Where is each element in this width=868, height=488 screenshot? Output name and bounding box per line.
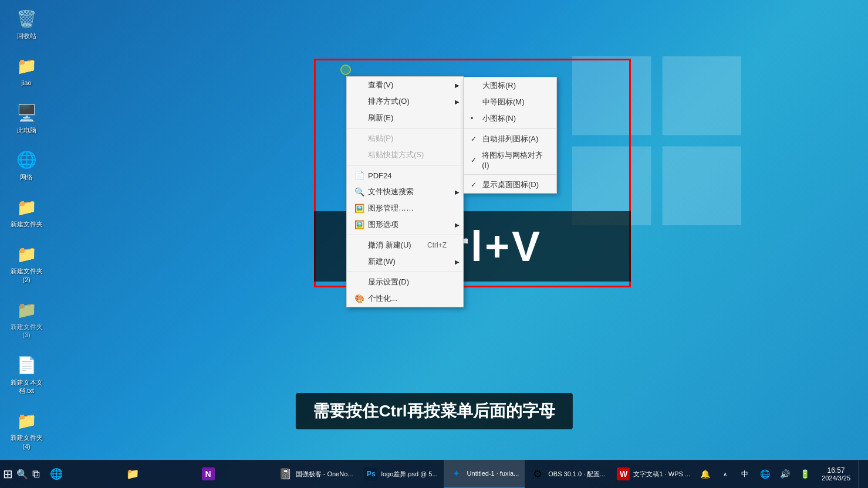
- start-button[interactable]: ⊞: [0, 460, 15, 488]
- graph-manage-icon: 🖼️: [354, 203, 364, 214]
- personalize-label: 个性化...: [368, 293, 447, 304]
- task-view-button[interactable]: ⧉: [29, 460, 43, 488]
- taskbar-app-edge[interactable]: 🌐: [43, 460, 120, 488]
- taskbar-app-wps[interactable]: W 文字文稿1 · WPS ...: [611, 460, 696, 488]
- graph-options-label: 图形选项: [368, 219, 447, 230]
- desktop-icon-newtxt[interactable]: 📄 新建文本文档.txt: [6, 353, 47, 398]
- menu-item-file-search[interactable]: 🔍 文件快速搜索: [347, 184, 463, 200]
- desktop-icon-newfolder2[interactable]: 📁 新建文件夹(2): [6, 241, 47, 286]
- newfolder2-label: 新建文件夹(2): [8, 267, 45, 284]
- refresh-label: 刷新(E): [368, 113, 447, 123]
- auto-arrange-label: 自动排列图标(A): [482, 134, 538, 144]
- taskbar-app-onenote-n[interactable]: N: [196, 460, 272, 488]
- desktop: 🗑️ 回收站 📁 jiao 🖥️ 此电脑 🌐 网络 📁 新建文件夹 📁 新建文件…: [0, 0, 868, 488]
- menu-item-graph-options[interactable]: 🖼️ 图形选项: [347, 216, 463, 233]
- show-desktop-icon[interactable]: [859, 460, 863, 488]
- jiao-icon: 📁: [16, 55, 37, 76]
- network-label: 网络: [20, 173, 33, 181]
- align-grid-check: ✓: [471, 156, 479, 164]
- paste-icon: [354, 133, 364, 144]
- obs-icon: ⚙: [531, 467, 545, 481]
- newfolder3-icon: 📁: [16, 299, 37, 320]
- submenu-medium-icon[interactable]: 中等图标(M): [464, 94, 556, 110]
- notification-icon[interactable]: 🔔: [696, 460, 714, 488]
- menu-item-pdf24[interactable]: 📄 PDF24: [347, 167, 463, 184]
- submenu-show-desktop-icons[interactable]: ✓ 显示桌面图标(D): [464, 177, 556, 193]
- taskbar-app-vscode[interactable]: ✦ Untitled-1 · fuxia...: [444, 460, 525, 488]
- network-icon: 🌐: [16, 150, 37, 171]
- submenu-small-icon[interactable]: • 小图标(N): [464, 110, 556, 127]
- menu-item-undo-new[interactable]: 撤消 新建(U) Ctrl+Z: [347, 237, 463, 253]
- cursor: [340, 65, 352, 76]
- desktop-icon-network[interactable]: 🌐 网络: [6, 147, 47, 184]
- menu-item-view[interactable]: 查看(V): [347, 77, 463, 93]
- taskbar: ⊞ 🔍 ⧉ 🌐 📁 N 📓 国强极客 - OneNo... Ps logo差异.…: [0, 460, 868, 488]
- menu-item-paste-shortcut[interactable]: 粘贴快捷方式(S): [347, 147, 463, 163]
- taskbar-app-photoshop[interactable]: Ps logo差异.psd @ 5...: [359, 460, 443, 488]
- taskbar-app-onenote[interactable]: 📓 国强极客 - OneNo...: [272, 460, 359, 488]
- menu-item-refresh[interactable]: 刷新(E): [347, 110, 463, 126]
- search-button[interactable]: 🔍: [15, 460, 29, 488]
- vscode-icon: ✦: [450, 466, 464, 480]
- newfolder1-icon: 📁: [16, 196, 37, 218]
- menu-sep2: [347, 165, 463, 165]
- view-submenu[interactable]: 大图标(R) 中等图标(M) • 小图标(N) ✓ 自动排列图标(A): [463, 77, 557, 194]
- taskbar-app-obs[interactable]: ⚙ OBS 30.1.0 · 配置...: [525, 460, 611, 488]
- keyboard-lang-icon[interactable]: 中: [736, 460, 754, 488]
- menu-item-sort[interactable]: 排序方式(O): [347, 93, 463, 110]
- menu-item-graph-manage[interactable]: 🖼️ 图形管理……: [347, 200, 463, 216]
- wps-label: 文字文稿1 · WPS ...: [633, 470, 690, 479]
- wps-icon: W: [617, 467, 630, 480]
- obs-label: OBS 30.1.0 · 配置...: [548, 470, 605, 479]
- desktop-icon-newfolder4[interactable]: 📁 新建文件夹(4): [6, 408, 47, 453]
- edge-icon: 🌐: [49, 467, 63, 481]
- undo-new-shortcut: Ctrl+Z: [427, 241, 447, 249]
- view-icon: [354, 80, 364, 90]
- large-icon-label: 大图标(R): [482, 80, 516, 91]
- newfolder3-label: 新建文件夹(3): [11, 323, 43, 340]
- graph-manage-label: 图形管理……: [368, 203, 447, 214]
- menu-item-paste[interactable]: 粘贴(P): [347, 130, 463, 147]
- context-menu-area: 查看(V) 大图标(R) 中等图标(M) • 小图标(N): [346, 76, 464, 307]
- context-menu[interactable]: 查看(V) 大图标(R) 中等图标(M) • 小图标(N): [346, 76, 464, 307]
- view-label: 查看(V): [368, 80, 447, 90]
- align-grid-label: 将图标与网格对齐(I): [482, 150, 547, 170]
- recycle-label: 回收站: [17, 32, 36, 40]
- menu-sep3: [347, 235, 463, 235]
- desktop-icon-newfolder1[interactable]: 📁 新建文件夹: [6, 194, 47, 231]
- taskbar-app-explorer[interactable]: 📁: [120, 460, 196, 488]
- taskbar-clock[interactable]: 16:57 2024/3/25: [816, 460, 856, 488]
- newfolder4-icon: 📁: [16, 410, 37, 431]
- vscode-label: Untitled-1 · fuxia...: [467, 470, 519, 477]
- menu-item-display-settings[interactable]: 显示设置(D): [347, 274, 463, 290]
- submenu-sep2: [464, 174, 556, 175]
- submenu-large-icon[interactable]: 大图标(R): [464, 77, 556, 94]
- recycle-icon: 🗑️: [16, 8, 37, 29]
- newtxt-icon: 📄: [16, 355, 37, 376]
- ps-label: logo差异.psd @ 5...: [381, 470, 437, 479]
- desktop-icon-computer[interactable]: 🖥️ 此电脑: [6, 100, 47, 137]
- show-desktop-icons-check: ✓: [471, 181, 480, 189]
- expand-tray-icon[interactable]: ∧: [716, 460, 734, 488]
- subtitle-bar: 需要按住Ctrl再按菜单后面的字母: [295, 393, 572, 429]
- menu-sep1: [347, 128, 463, 128]
- submenu-auto-arrange[interactable]: ✓ 自动排列图标(A): [464, 131, 556, 147]
- speaker-icon[interactable]: 🔊: [776, 460, 793, 488]
- menu-item-new[interactable]: 新建(W): [347, 253, 463, 270]
- submenu-align-grid[interactable]: ✓ 将图标与网格对齐(I): [464, 147, 556, 172]
- menu-item-personalize[interactable]: 🎨 个性化...: [347, 290, 463, 307]
- display-settings-label: 显示设置(D): [368, 277, 447, 287]
- battery-icon[interactable]: 🔋: [796, 460, 813, 488]
- desktop-icon-newfolder3[interactable]: 📁 新建文件夹(3): [6, 297, 47, 342]
- onenote-label: 国强极客 - OneNo...: [296, 470, 353, 479]
- clock-date: 2024/3/25: [822, 475, 850, 482]
- desktop-icon-recycle[interactable]: 🗑️ 回收站: [6, 6, 47, 42]
- desktop-icon-jiao[interactable]: 📁 jiao: [6, 53, 47, 89]
- pdf24-icon: 📄: [354, 170, 364, 181]
- network-tray-icon[interactable]: 🌐: [756, 460, 774, 488]
- taskbar-tray: 🔔 ∧ 中 🌐 🔊 🔋 16:57 2024/3/25: [696, 460, 868, 488]
- sort-label: 排序方式(O): [368, 96, 447, 107]
- new-icon: [354, 256, 364, 267]
- paste-shortcut-icon: [354, 150, 364, 160]
- onenote-icon: 📓: [278, 467, 292, 481]
